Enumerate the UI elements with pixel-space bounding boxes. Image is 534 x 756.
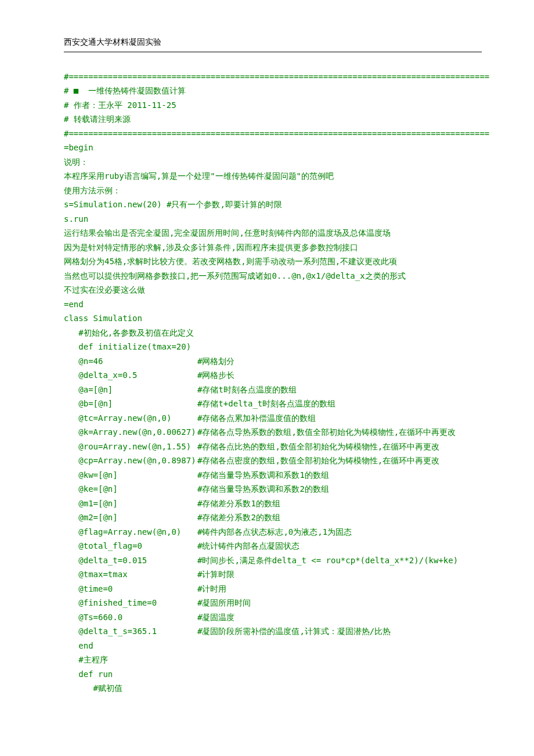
code-line: 运行结果会输出是否完全凝固,完全凝固所用时间,任意时刻铸件内部的温度场及总体温度… — [64, 226, 482, 240]
code-line: 因为是针对特定情形的求解,涉及众多计算条件,因而程序未提供更多参数控制接口 — [64, 240, 482, 255]
code-line: 网格划分为45格,求解时比较方便。若改变网格数,则需手动改动一系列范围,不建议更… — [64, 254, 482, 269]
var-comment: #计算时限 — [197, 567, 234, 582]
var-name: @finished_time=0 — [64, 596, 197, 610]
code-line: s=Simulation.new(20) #只有一个参数,即要计算的时限 — [64, 197, 482, 212]
var-comment: #网格步长 — [197, 368, 234, 383]
var-comment: #网格划分 — [197, 354, 234, 369]
var-name: @ke=[@n] — [64, 482, 197, 496]
code-line: =end — [64, 297, 482, 312]
page-header: 西安交通大学材料凝固实验 — [64, 35, 482, 52]
var-name: @time=0 — [64, 582, 197, 596]
var-name: @n=46 — [64, 354, 197, 369]
code-line: 不过实在没必要这么做 — [64, 283, 482, 297]
var-comment: #统计铸件内部各点凝固状态 — [197, 539, 300, 553]
var-name: @cp=Array.new(@n,0.8987) — [64, 453, 197, 468]
var-def: @delta_t_s=365.1#凝固阶段所需补偿的温度值,计算式：凝固潜热/比… — [64, 624, 482, 639]
var-comment: #存储t时刻各点温度的数组 — [197, 383, 297, 397]
var-name: @delta_x=0.5 — [64, 368, 197, 383]
var-def: @time=0#计时用 — [64, 582, 482, 596]
var-comment: #时间步长,满足条件delta_t <= rou*cp*(delta_x**2)… — [197, 553, 458, 568]
code-line: def run — [64, 667, 482, 682]
code-line: 说明： — [64, 155, 482, 170]
var-def: @rou=Array.new(@n,1.55)#存储各点比热的数组,数值全部初始… — [64, 440, 482, 454]
var-def: @m1=[@n]#存储差分系数1的数组 — [64, 496, 482, 511]
var-name: @total_flag=0 — [64, 539, 197, 553]
var-name: @delta_t_s=365.1 — [64, 624, 197, 639]
var-name: @m2=[@n] — [64, 510, 197, 525]
code-line: #=======================================… — [64, 70, 482, 84]
var-def: @finished_time=0#凝固所用时间 — [64, 596, 482, 610]
code-line: s.run — [64, 212, 482, 226]
code-line: #=======================================… — [64, 127, 482, 141]
var-def: @b=[@n]#存储t+delta_t时刻各点温度的数组 — [64, 397, 482, 411]
code-line: 当然也可以提供控制网格参数接口,把一系列范围写成诸如0...@n,@x1/@de… — [64, 269, 482, 283]
var-comment: #凝固温度 — [197, 610, 234, 625]
var-def: @k=Array.new(@n,0.00627)#存储各点导热系数的数组,数值全… — [64, 425, 482, 440]
var-def: @a=[@n]#存储t时刻各点温度的数组 — [64, 383, 482, 397]
var-def: @ke=[@n]#存储当量导热系数调和系数2的数组 — [64, 482, 482, 496]
document-page: 西安交通大学材料凝固实验 #==========================… — [0, 0, 534, 756]
var-def: @m2=[@n]#存储差分系数2的数组 — [64, 510, 482, 525]
var-def: @cp=Array.new(@n,0.8987)#存储各点密度的数组,数值全部初… — [64, 453, 482, 468]
var-name: @a=[@n] — [64, 383, 197, 397]
var-def: @tc=Array.new(@n,0)#存储各点累加补偿温度值的数组 — [64, 411, 482, 426]
var-comment: #铸件内部各点状态标志,0为液态,1为固态 — [197, 525, 352, 539]
code-line: class Simulation — [64, 311, 482, 326]
code-line: #主程序 — [64, 653, 482, 667]
var-comment: #存储差分系数1的数组 — [197, 496, 280, 511]
var-comment: #存储各点累加补偿温度值的数组 — [197, 411, 316, 426]
var-def: @tmax=tmax#计算时限 — [64, 567, 482, 582]
code-line: 使用方法示例： — [64, 183, 482, 198]
var-name: @tc=Array.new(@n,0) — [64, 411, 197, 426]
var-name: @kw=[@n] — [64, 468, 197, 483]
var-comment: #存储各点比热的数组,数值全部初始化为铸模物性,在循环中再更改 — [197, 440, 439, 454]
var-name: @Ts=660.0 — [64, 610, 197, 625]
var-comment: #存储t+delta_t时刻各点温度的数组 — [197, 397, 335, 411]
code-line: #初始化,各参数及初值在此定义 — [64, 326, 482, 340]
var-comment: #存储各点密度的数组,数值全部初始化为铸模物性,在循环中再更改 — [197, 453, 439, 468]
code-line: =begin — [64, 141, 482, 155]
code-line: # 作者：王永平 2011-11-25 — [64, 98, 482, 113]
code-line: end — [64, 639, 482, 653]
code-line: 本程序采用ruby语言编写,算是一个处理"一维传热铸件凝固问题"的范例吧 — [64, 169, 482, 183]
code-line: # ■ 一维传热铸件凝固数值计算 — [64, 84, 482, 98]
var-comment: #存储当量导热系数调和系数2的数组 — [197, 482, 329, 496]
var-def: @total_flag=0#统计铸件内部各点凝固状态 — [64, 539, 482, 553]
var-def: @Ts=660.0#凝固温度 — [64, 610, 482, 625]
var-def: @n=46#网格划分 — [64, 354, 482, 369]
var-comment: #存储当量导热系数调和系数1的数组 — [197, 468, 329, 483]
code-block: #=======================================… — [64, 70, 482, 696]
var-name: @rou=Array.new(@n,1.55) — [64, 440, 197, 454]
var-comment: #存储各点导热系数的数组,数值全部初始化为铸模物性,在循环中再更改 — [197, 425, 456, 440]
var-comment: #计时用 — [197, 582, 226, 596]
var-name: @tmax=tmax — [64, 567, 197, 582]
var-name: @b=[@n] — [64, 397, 197, 411]
var-name: @delta_t=0.015 — [64, 553, 197, 568]
var-name: @m1=[@n] — [64, 496, 197, 511]
var-def: @delta_x=0.5#网格步长 — [64, 368, 482, 383]
var-def: @flag=Array.new(@n,0)#铸件内部各点状态标志,0为液态,1为… — [64, 525, 482, 539]
var-def: @kw=[@n]#存储当量导热系数调和系数1的数组 — [64, 468, 482, 483]
var-comment: #凝固所用时间 — [197, 596, 251, 610]
var-comment: #凝固阶段所需补偿的温度值,计算式：凝固潜热/比热 — [197, 624, 391, 639]
var-comment: #存储差分系数2的数组 — [197, 510, 280, 525]
var-name: @k=Array.new(@n,0.00627) — [64, 425, 197, 440]
var-def: @delta_t=0.015#时间步长,满足条件delta_t <= rou*c… — [64, 553, 482, 568]
code-line: def initialize(tmax=20) — [64, 340, 482, 354]
var-name: @flag=Array.new(@n,0) — [64, 525, 197, 539]
code-line: #赋初值 — [64, 681, 482, 696]
code-line: # 转载请注明来源 — [64, 112, 482, 127]
